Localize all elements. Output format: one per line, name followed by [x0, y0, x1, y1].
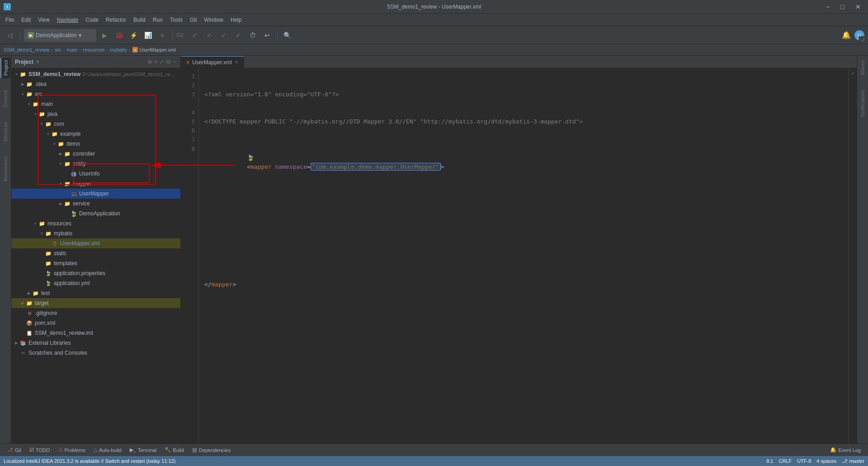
tree-item-gitignore[interactable]: ⊗ .gitignore	[11, 308, 180, 318]
tree-item-root[interactable]: ▾ 📁 SSM_demo1_review D:\Java\code\test_j…	[11, 69, 180, 79]
code-line-6	[204, 253, 849, 262]
search-everywhere-btn[interactable]: 🔍	[281, 29, 294, 42]
notifications-btn[interactable]: 🔔	[840, 29, 853, 42]
tree-item-usermapper-xml[interactable]: 🗒 UserMapper.xml	[11, 238, 180, 248]
folder-icon-target: 📁	[26, 300, 33, 307]
code-area[interactable]: 1 2 3 4 5 6 7 8 <?xml version="1.0" enco…	[181, 68, 857, 443]
tree-label-static: static	[54, 250, 66, 257]
bottom-tab-autobuild[interactable]: △ Auto-build	[90, 446, 125, 454]
bottom-tab-problems[interactable]: ⚠ Problems	[55, 446, 89, 454]
bottom-tab-event-log[interactable]: 🔔 Event Log	[826, 446, 864, 454]
tree-item-controller[interactable]: ▶ 📁 controller	[11, 149, 180, 159]
tree-item-demo[interactable]: ▾ 📁 demo	[11, 139, 180, 149]
sidebar-tab-structure[interactable]: Structure	[1, 119, 10, 145]
menu-file[interactable]: File	[2, 15, 18, 25]
tree-item-target[interactable]: ▶ 📁 target	[11, 298, 180, 308]
editor-tab-usermapper[interactable]: X UserMapper.xml ✕	[181, 56, 244, 68]
tree-item-static[interactable]: 📁 static	[11, 248, 180, 258]
folder-icon-static: 📁	[45, 250, 52, 257]
settings-btn[interactable]: ⚙	[166, 58, 171, 65]
bottom-tab-deps[interactable]: ⛓ Dependencies	[189, 447, 234, 454]
run-config-selector[interactable]: ▶ DemoApplication ▾	[24, 29, 96, 42]
sidebar-tab-commit[interactable]: Commit	[1, 87, 10, 110]
locate-file-btn[interactable]: ⊕	[147, 58, 152, 65]
git-push-btn[interactable]: ✓	[217, 29, 230, 42]
tree-item-resources[interactable]: ▾ 📁 resources	[11, 219, 180, 228]
code-content[interactable]: <?xml version="1.0" encoding="UTF-8"?> <…	[199, 68, 849, 443]
breadcrumb-root[interactable]: SSM_demo1_review	[4, 47, 50, 52]
menu-build[interactable]: Build	[130, 15, 149, 25]
run-btn[interactable]: ▶	[98, 29, 111, 42]
event-log-label: Event Log	[838, 447, 861, 453]
git-pull-btn[interactable]: ✓	[232, 29, 245, 42]
menu-help[interactable]: Help	[227, 15, 245, 25]
sidebar-tab-project[interactable]: Project	[0, 57, 10, 78]
tree-item-ext-libs[interactable]: ▶ 📚 External Libraries	[11, 338, 180, 348]
bottom-tab-terminal[interactable]: ▶_ Terminal	[126, 446, 160, 454]
sidebar-tab-notifications[interactable]: Notifications	[858, 87, 867, 119]
bottom-tab-git[interactable]: ⎇ Git	[4, 446, 25, 454]
tree-item-app-props[interactable]: 🍃 application.properties	[11, 268, 180, 278]
bottom-tab-todo[interactable]: ☑ TODO	[26, 446, 54, 454]
collapse-all-btn[interactable]: ≡	[154, 58, 158, 65]
profile-btn[interactable]: 📊	[142, 29, 154, 42]
tree-item-pom[interactable]: 📦 pom.xml	[11, 318, 180, 328]
debug-btn[interactable]: 🐞	[113, 29, 125, 42]
menu-refactor[interactable]: Refactor	[102, 15, 130, 25]
tree-item-service[interactable]: ▶ 📁 service	[11, 199, 180, 209]
expand-all-btn[interactable]: ⤢	[159, 58, 164, 65]
menu-window[interactable]: Window	[200, 15, 227, 25]
sidebar-tab-bookmarks[interactable]: Bookmarks	[1, 154, 10, 184]
tree-item-usermapper-java[interactable]: 🗂 UserMapper	[11, 189, 180, 199]
menu-edit[interactable]: Edit	[18, 15, 34, 25]
tree-item-templates[interactable]: 📁 templates	[11, 258, 180, 268]
tree-item-iml[interactable]: 📋 SSM_demo1_review.iml	[11, 328, 180, 338]
coverage-btn[interactable]: ⚡	[127, 29, 140, 42]
close-btn[interactable]: ✕	[852, 3, 864, 10]
menu-tools[interactable]: Tools	[166, 15, 186, 25]
menu-navigate[interactable]: Navigate	[53, 15, 82, 25]
folder-icon-example: 📁	[51, 130, 58, 138]
tree-item-java[interactable]: ▾ 📁 java	[11, 109, 180, 119]
menu-view[interactable]: View	[34, 15, 53, 25]
line-separator[interactable]: CRLF	[778, 458, 792, 464]
tree-item-mybatis[interactable]: ▾ 📁 mybatis	[11, 228, 180, 238]
project-panel-arrow[interactable]: ▾	[36, 59, 39, 65]
tree-item-example[interactable]: ▾ 📁 example	[11, 129, 180, 139]
tree-item-mapper-dir[interactable]: ▾ 📁 mapper	[11, 179, 180, 189]
tree-item-userinfo[interactable]: ⬤ UserInfo	[11, 169, 180, 179]
git-commit-btn[interactable]: ✓	[203, 29, 216, 42]
git-history-btn[interactable]: ⏱	[246, 29, 259, 42]
menu-run[interactable]: Run	[149, 15, 166, 25]
breadcrumb-mybatis[interactable]: mybatis	[110, 47, 127, 52]
stop-btn[interactable]: ■	[156, 29, 169, 42]
minimize-btn[interactable]: −	[822, 3, 833, 10]
tree-item-com[interactable]: ▾ 📁 com	[11, 119, 180, 129]
back-btn[interactable]: ◁	[4, 29, 16, 42]
tab-close-btn[interactable]: ✕	[235, 60, 238, 65]
hide-panel-btn[interactable]: −	[173, 58, 177, 65]
tree-item-app-yml[interactable]: 🍃 application.yml	[11, 278, 180, 288]
git-update-btn[interactable]: ✓	[189, 29, 201, 42]
bottom-tab-build[interactable]: 🔨 Build	[161, 446, 187, 454]
git-rollback-btn[interactable]: ↩	[261, 29, 274, 42]
sidebar-tab-maven[interactable]: Maven	[858, 57, 867, 78]
tree-item-entity[interactable]: ▾ 📁 entity	[11, 159, 180, 169]
tree-item-test[interactable]: ▶ 📁 test	[11, 288, 180, 298]
breadcrumb-src[interactable]: src	[55, 47, 61, 52]
tree-item-main[interactable]: ▾ 📁 main	[11, 99, 180, 109]
tree-item-scratches[interactable]: ✏ Scratches and Consoles	[11, 348, 180, 358]
cursor-position[interactable]: 8:1	[766, 458, 773, 464]
maximize-btn[interactable]: □	[837, 3, 848, 10]
menu-git[interactable]: Git	[186, 15, 200, 25]
indent[interactable]: 4 spaces	[816, 458, 836, 464]
menu-code[interactable]: Code	[82, 15, 102, 25]
breadcrumb-resources[interactable]: resources	[83, 47, 104, 52]
tree-item-demoapp[interactable]: 🍃 DemoApplication	[11, 209, 180, 219]
breadcrumb-main[interactable]: main	[67, 47, 78, 52]
tree-item-idea[interactable]: ▶ 📁 .idea	[11, 79, 180, 89]
autobuild-tab-label: Auto-build	[99, 447, 122, 453]
tree-item-src[interactable]: ▾ 📁 src	[11, 89, 180, 99]
branch[interactable]: ⎇ master	[842, 458, 864, 464]
encoding[interactable]: UTF-8	[797, 458, 811, 464]
